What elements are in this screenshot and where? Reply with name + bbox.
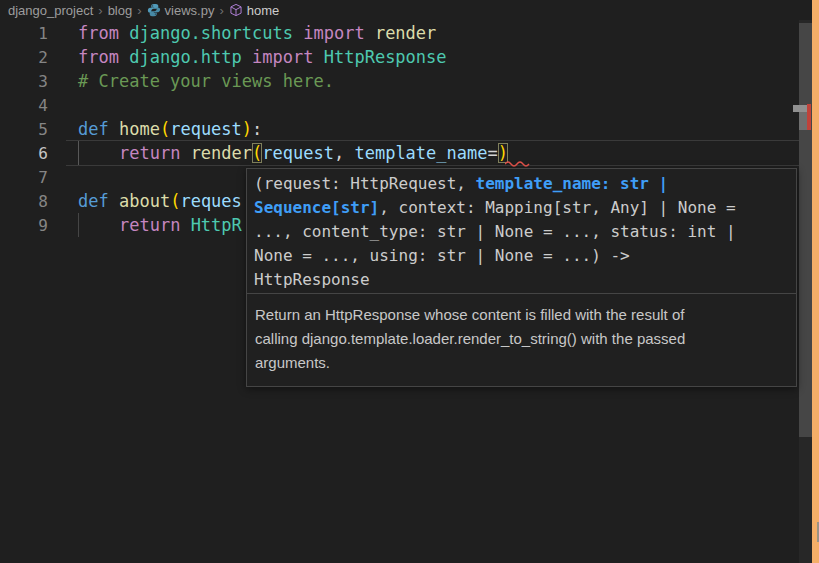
- code-token: django.shortcuts: [129, 23, 293, 43]
- code-line-text: return HttpR: [78, 215, 242, 235]
- signature-text: HttpResponse: [254, 270, 370, 289]
- line-number[interactable]: 2: [0, 48, 48, 67]
- code-token: def: [78, 119, 109, 139]
- line-number[interactable]: 5: [0, 120, 48, 139]
- line-number[interactable]: 4: [0, 96, 48, 115]
- signature-line: (request: HttpRequest, template_name: st…: [254, 172, 789, 196]
- code-token: from: [78, 23, 119, 43]
- line-number[interactable]: 3: [0, 72, 48, 91]
- code-line-text: # Create your views here.: [78, 71, 334, 91]
- code-token: django.http: [129, 47, 242, 67]
- breadcrumb-item[interactable]: blog: [108, 3, 133, 18]
- code-token: (: [170, 191, 180, 211]
- python-icon: [147, 3, 161, 17]
- code-line-text: def home(request):: [78, 119, 262, 139]
- line-number[interactable]: 8: [0, 192, 48, 211]
- bracket-match: (: [252, 143, 262, 163]
- code-token: request: [262, 143, 334, 163]
- code-token: # Create your views here.: [78, 71, 334, 91]
- code-token: render: [375, 23, 436, 43]
- code-token: [313, 47, 323, 67]
- doc-line: arguments.: [255, 351, 788, 375]
- code-token: [119, 23, 129, 43]
- error-squiggle-icon: [505, 160, 531, 167]
- code-token: request: [170, 119, 242, 139]
- code-token: about: [119, 191, 170, 211]
- code-token: [78, 143, 119, 163]
- signature-text: , context: Mapping[str, Any] | None =: [379, 198, 735, 217]
- code-token: reques: [180, 191, 241, 211]
- doc-line: calling django.template.loader.render_to…: [255, 327, 788, 351]
- code-line-text: from django.shortcuts import render: [78, 23, 436, 43]
- overview-selection-mark: [799, 112, 807, 130]
- line-number[interactable]: 9: [0, 216, 48, 235]
- code-token: return: [119, 143, 180, 163]
- code-token: import: [303, 23, 364, 43]
- code-token: home: [119, 119, 160, 139]
- doc-line: Return an HttpResponse whose content is …: [255, 303, 788, 327]
- code-token: [119, 47, 129, 67]
- code-token: return: [119, 215, 180, 235]
- code-token: [109, 119, 119, 139]
- breadcrumb-item[interactable]: django_project: [8, 3, 93, 18]
- code-token: from: [78, 47, 119, 67]
- code-token: import: [252, 47, 313, 67]
- code-token: render: [191, 143, 252, 163]
- signature-text: ..., content_type: str | None = ..., sta…: [254, 222, 736, 241]
- signature-line: Sequence[str], context: Mapping[str, Any…: [254, 196, 789, 220]
- line-number[interactable]: 1: [0, 24, 48, 43]
- code-line-text: return render(request, template_name=): [78, 143, 508, 163]
- code-token: HttpR: [191, 215, 242, 235]
- code-line[interactable]: 2from django.http import HttpResponse: [0, 45, 799, 69]
- code-line-text: from django.http import HttpResponse: [78, 47, 447, 67]
- code-token: [365, 23, 375, 43]
- signature-line: HttpResponse: [254, 268, 789, 292]
- code-token: [109, 191, 119, 211]
- breadcrumb-item[interactable]: views.py: [165, 3, 215, 18]
- code-line[interactable]: 5def home(request):: [0, 117, 799, 141]
- code-token: :: [252, 119, 262, 139]
- code-token: (: [160, 119, 170, 139]
- breadcrumb-separator: ›: [218, 3, 224, 18]
- active-parameter-highlight: Sequence[str]: [254, 198, 379, 217]
- code-token: ): [242, 119, 252, 139]
- code-token: ,: [334, 143, 354, 163]
- code-token: [180, 215, 190, 235]
- code-token: template_name: [354, 143, 487, 163]
- symbol-function-icon: [229, 3, 243, 17]
- sash-divider[interactable]: [812, 0, 819, 563]
- code-token: [293, 23, 303, 43]
- line-number[interactable]: 7: [0, 168, 48, 187]
- code-token: [180, 143, 190, 163]
- overview-error-mark: [807, 104, 811, 130]
- code-line[interactable]: 4: [0, 93, 799, 117]
- hover-tooltip: (request: HttpRequest, template_name: st…: [246, 168, 797, 387]
- signature-line: None = ..., using: str | None = ...) ->: [254, 244, 789, 268]
- breadcrumb-item[interactable]: home: [247, 3, 280, 18]
- code-line[interactable]: 3# Create your views here.: [0, 69, 799, 93]
- code-token: def: [78, 191, 109, 211]
- code-token: =: [488, 143, 498, 163]
- active-parameter-highlight: template_name: str |: [476, 174, 669, 193]
- signature-line: ..., content_type: str | None = ..., sta…: [254, 220, 789, 244]
- breadcrumb-separator: ›: [136, 3, 142, 18]
- scrollbar-slider[interactable]: [799, 23, 812, 437]
- signature-text: None = ..., using: str | None = ...) ->: [254, 246, 630, 265]
- code-line[interactable]: 1from django.shortcuts import render: [0, 21, 799, 45]
- code-token: HttpResponse: [324, 47, 447, 67]
- code-token: [78, 215, 119, 235]
- breadcrumb: django_project›blog›views.py›home: [0, 0, 819, 20]
- code-line[interactable]: 6 return render(request, template_name=): [0, 141, 799, 165]
- doc-block: Return an HttpResponse whose content is …: [247, 293, 796, 386]
- code-token: [242, 47, 252, 67]
- signature-block: (request: HttpRequest, template_name: st…: [247, 169, 796, 293]
- code-line-text: def about(reques: [78, 191, 242, 211]
- breadcrumb-separator: ›: [97, 3, 103, 18]
- line-number[interactable]: 6: [0, 144, 48, 163]
- signature-text: (request: HttpRequest,: [254, 174, 476, 193]
